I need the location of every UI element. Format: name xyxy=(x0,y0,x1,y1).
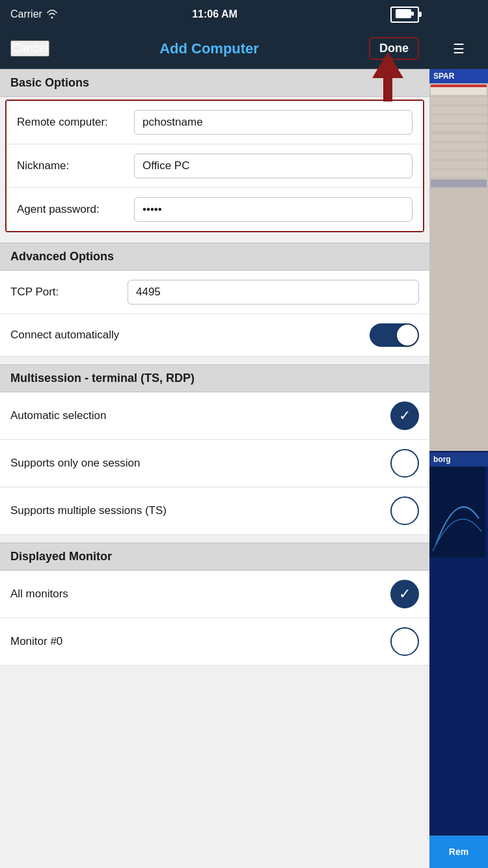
all-monitors-radio[interactable]: ✓ xyxy=(390,580,419,608)
basic-options-fields: Remote computer: Nickname: Agent passwor… xyxy=(5,100,424,232)
status-time: 11:06 AM xyxy=(192,8,237,20)
nav-bar: Cancel Add Computer Done xyxy=(0,29,429,69)
connect-auto-label: Connect automatically xyxy=(10,329,370,342)
svg-rect-1 xyxy=(411,12,414,16)
sidebar-status xyxy=(429,0,488,29)
borg-visual xyxy=(429,467,485,558)
arrow-up-icon xyxy=(372,52,403,78)
nickname-row: Nickname: xyxy=(7,144,423,188)
battery-icon xyxy=(396,9,414,18)
bottom-bar-label: Rem xyxy=(449,847,468,857)
nickname-input[interactable] xyxy=(134,154,413,178)
monitor-0-radio[interactable] xyxy=(390,627,419,656)
spacer-2 xyxy=(0,357,429,364)
borg-panel-header: borg xyxy=(429,452,488,467)
one-session-radio[interactable] xyxy=(390,449,419,478)
remote-computer-label: Remote computer: xyxy=(17,116,134,129)
basic-options-header: Basic Options xyxy=(0,69,429,97)
spar-content xyxy=(429,83,488,451)
spacer-1 xyxy=(0,235,429,243)
bottom-spacer xyxy=(0,666,429,718)
monitor-0-label: Monitor #0 xyxy=(10,635,390,648)
spar-label: SPAR xyxy=(433,72,454,81)
borg-content xyxy=(429,467,488,834)
multisession-header: Multisession - terminal (TS, RDP) xyxy=(0,364,429,392)
status-bar: Carrier 11:06 AM xyxy=(0,0,429,29)
one-session-label: Supports only one session xyxy=(10,457,390,470)
svg-rect-2 xyxy=(429,467,485,558)
svg-rect-0 xyxy=(396,9,411,18)
borg-panel[interactable]: borg xyxy=(429,452,488,834)
agent-password-input[interactable] xyxy=(134,197,413,222)
all-monitors-label: All monitors xyxy=(10,588,390,601)
done-arrow-indicator xyxy=(372,52,403,102)
cancel-button[interactable]: Cancel xyxy=(10,40,49,57)
nickname-label: Nickname: xyxy=(17,159,134,172)
agent-password-row: Agent password: xyxy=(7,188,423,231)
sidebar-bottom[interactable]: Rem xyxy=(429,835,488,868)
connect-auto-row: Connect automatically xyxy=(0,314,429,357)
main-panel: Carrier 11:06 AM Cancel Add Computer Don… xyxy=(0,0,429,868)
main-content: Basic Options Remote computer: Nickname:… xyxy=(0,69,429,868)
multiple-sessions-label: Supports multiple sessions (TS) xyxy=(10,504,390,517)
connect-auto-toggle[interactable] xyxy=(370,323,419,347)
one-session-row: Supports only one session xyxy=(0,440,429,487)
arrow-stem xyxy=(383,78,392,102)
multiple-sessions-row: Supports multiple sessions (TS) xyxy=(0,487,429,535)
carrier-text: Carrier xyxy=(10,8,42,20)
page-title: Add Computer xyxy=(159,40,259,57)
multiple-sessions-radio[interactable] xyxy=(390,496,419,525)
auto-selection-label: Automatic selection xyxy=(10,409,390,422)
status-battery xyxy=(390,7,419,23)
list-icon[interactable]: ☰ xyxy=(453,41,465,57)
wifi-icon xyxy=(46,10,58,19)
auto-selection-row: Automatic selection ✓ xyxy=(0,392,429,440)
advanced-options-header: Advanced Options xyxy=(0,243,429,271)
remote-computer-input[interactable] xyxy=(134,110,413,135)
tcp-port-label: TCP Port: xyxy=(10,286,128,299)
spar-panel-header: SPAR xyxy=(429,69,488,83)
tcp-port-input[interactable] xyxy=(128,280,419,305)
remote-computer-row: Remote computer: xyxy=(7,101,423,144)
right-sidebar: ☰ SPAR xyxy=(429,0,488,868)
monitor-0-row: Monitor #0 xyxy=(0,618,429,666)
sidebar-previews: SPAR xyxy=(429,69,488,868)
status-carrier: Carrier xyxy=(10,8,58,20)
displayed-monitor-header: Displayed Monitor xyxy=(0,543,429,571)
agent-password-label: Agent password: xyxy=(17,203,134,216)
auto-selection-radio[interactable]: ✓ xyxy=(390,401,419,430)
spar-panel[interactable]: SPAR xyxy=(429,69,488,451)
toggle-knob xyxy=(397,325,418,346)
all-monitors-row: All monitors ✓ xyxy=(0,571,429,618)
tcp-port-row: TCP Port: xyxy=(0,271,429,314)
borg-label: borg xyxy=(433,455,451,464)
sidebar-nav: ☰ xyxy=(429,29,488,69)
spacer-3 xyxy=(0,535,429,543)
